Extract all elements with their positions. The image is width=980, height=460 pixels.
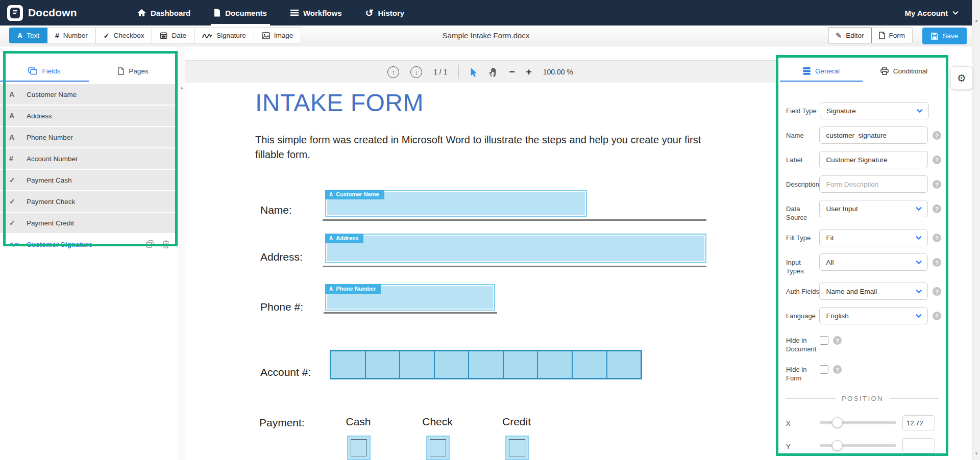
form-view-button[interactable]: Form (871, 28, 913, 43)
auth-fields-select[interactable]: Name and Email (819, 283, 928, 300)
date-field-button[interactable]: Date (152, 28, 194, 43)
zoom-in-button[interactable]: + (526, 66, 532, 78)
text-icon: A (329, 286, 333, 292)
nav-item-workflows[interactable]: Workflows (290, 0, 342, 25)
brand[interactable]: Docdown (7, 5, 77, 21)
comb-cell (469, 351, 504, 378)
field-item-account-number[interactable]: # Account Number (0, 148, 178, 169)
button-label: Save (942, 32, 958, 40)
payment-cash-checkbox-overlay[interactable] (347, 436, 371, 460)
scroll-down-icon[interactable]: ▼ (972, 451, 980, 456)
pan-hand-icon[interactable] (489, 67, 498, 77)
position-y-row: Y (786, 438, 941, 453)
position-x-row: X (786, 415, 941, 430)
help-icon[interactable]: ? (833, 365, 842, 374)
my-account-menu[interactable]: My Account (905, 9, 959, 17)
select-cursor-icon[interactable] (470, 67, 478, 77)
button-label: Signature (216, 32, 246, 39)
x-slider[interactable] (820, 421, 896, 424)
y-slider-handle[interactable] (832, 440, 843, 451)
language-select[interactable]: English (819, 307, 928, 324)
payment-check-checkbox-overlay[interactable] (426, 436, 450, 460)
image-field-button[interactable]: Image (254, 28, 302, 43)
editor-view-button[interactable]: ✎ Editor (828, 28, 872, 43)
duplicate-field-icon[interactable] (146, 240, 154, 248)
x-value-input[interactable] (902, 415, 935, 430)
field-item-payment-check[interactable]: ✓ Payment Check (0, 191, 178, 212)
field-item-label: Customer Name (27, 91, 77, 98)
number-field-button[interactable]: # Number (47, 28, 96, 43)
settings-button[interactable]: ⚙ (950, 66, 973, 90)
checkbox-field-button[interactable]: ✓ Checkbox (96, 28, 153, 43)
help-icon[interactable]: ? (933, 258, 941, 267)
tab-pages[interactable]: Pages (89, 60, 178, 82)
field-item-customer-name[interactable]: A Customer Name (0, 84, 178, 105)
name-input[interactable] (819, 126, 928, 144)
payment-credit-checkbox-overlay[interactable] (505, 436, 529, 460)
fill-type-select[interactable]: Fit (819, 229, 928, 246)
y-value-input[interactable] (902, 438, 935, 453)
name-row: Name ? (786, 126, 941, 144)
help-icon[interactable]: ? (933, 312, 941, 320)
comb-cell (607, 351, 641, 378)
tab-general[interactable]: General (780, 60, 863, 82)
zoom-out-button[interactable]: − (509, 66, 514, 78)
data-source-select[interactable]: User Input (819, 200, 928, 217)
phone-number-field-overlay[interactable]: A Phone Number (325, 284, 495, 311)
x-label: X (786, 415, 820, 430)
address-field-overlay[interactable]: A Address (325, 234, 706, 263)
y-slider[interactable] (820, 444, 896, 447)
page-up-button[interactable]: ↑ (387, 66, 399, 78)
field-item-address[interactable]: A Address (0, 106, 178, 126)
x-slider-handle[interactable] (832, 417, 843, 428)
nav-item-dashboard[interactable]: Dashboard (137, 0, 190, 25)
field-item-label: Payment Cash (27, 176, 72, 184)
tab-fields[interactable]: Fields (0, 60, 89, 82)
page-down-button[interactable]: ↓ (410, 66, 422, 78)
scroll-up-icon[interactable]: ▲ (972, 18, 980, 23)
auth-fields-row: Auth Fields Name and Email ? (786, 283, 941, 300)
text-field-icon: A (9, 133, 20, 141)
field-item-customer-signature[interactable]: Customer Signature (0, 234, 178, 254)
home-icon (137, 9, 146, 17)
button-label: Checkbox (113, 32, 144, 39)
select-value: Signature (826, 107, 856, 115)
text-field-button[interactable]: A Text (9, 28, 47, 43)
field-type-row: Field Type Signature (786, 102, 941, 119)
field-item-payment-cash[interactable]: ✓ Payment Cash (0, 170, 178, 190)
help-icon[interactable]: ? (933, 287, 941, 296)
nav-item-history[interactable]: ↺ History (365, 0, 405, 25)
data-source-label: Data Source (786, 200, 819, 222)
input-types-select[interactable]: All (819, 253, 928, 271)
account-number-comb-field[interactable] (330, 350, 642, 379)
nav-item-documents[interactable]: Documents (214, 0, 267, 25)
help-icon[interactable]: ? (933, 131, 941, 140)
hide-in-form-checkbox[interactable] (820, 365, 828, 374)
help-icon[interactable]: ? (933, 205, 941, 213)
field-type-select[interactable]: Signature (820, 102, 929, 119)
tab-conditional[interactable]: Conditional (863, 60, 945, 82)
help-icon[interactable]: ? (833, 336, 842, 345)
help-icon[interactable]: ? (933, 180, 941, 189)
chevron-down-icon (916, 289, 922, 293)
help-icon[interactable]: ? (933, 156, 941, 164)
scroll-up-icon[interactable]: ▲ (178, 86, 185, 89)
y-label: Y (786, 438, 820, 453)
signature-field-button[interactable]: Signature (194, 28, 254, 43)
text-icon: A (329, 236, 333, 241)
field-item-payment-credit[interactable]: ✓ Payment Credit (0, 213, 178, 233)
payment-check-label: Check (417, 416, 458, 428)
field-tag-label: Phone Number (336, 286, 376, 292)
help-icon[interactable]: ? (933, 234, 941, 242)
description-input[interactable] (819, 175, 928, 193)
page-scrollbar[interactable]: ▲ ▼ (972, 0, 980, 460)
customer-name-field-overlay[interactable]: A Customer Name (325, 190, 587, 217)
field-item-phone-number[interactable]: A Phone Number (0, 127, 178, 147)
save-button[interactable]: Save (922, 28, 967, 44)
delete-field-icon[interactable] (162, 240, 169, 248)
field-tag-label: Customer Name (336, 191, 379, 197)
label-input[interactable] (819, 151, 928, 168)
document-icon (214, 9, 220, 17)
hide-in-document-checkbox[interactable] (820, 336, 828, 345)
checkbox-field-icon: ✓ (9, 197, 20, 206)
